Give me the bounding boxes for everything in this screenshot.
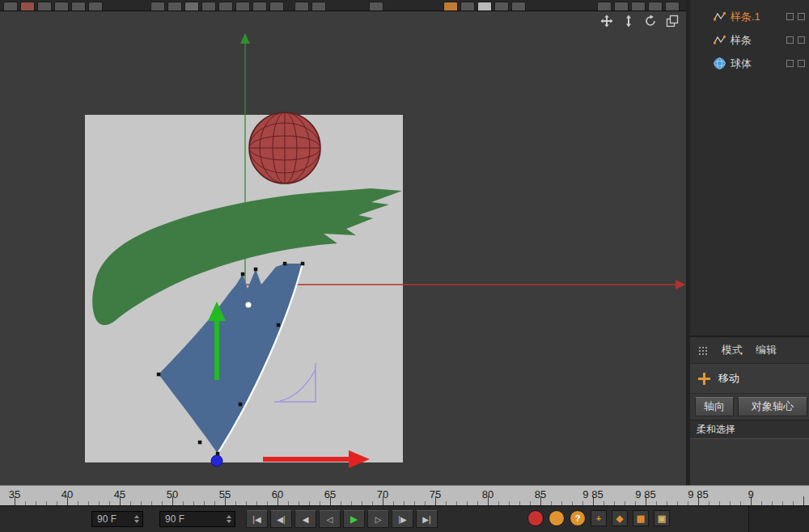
goto-end-button[interactable]: ▶| xyxy=(416,510,438,528)
layer-toggle-icon[interactable] xyxy=(786,13,794,20)
toolbar-icon[interactable] xyxy=(369,2,383,11)
object-row[interactable]: 样条 xyxy=(690,28,809,52)
prev-key-button[interactable]: ◀| xyxy=(270,510,292,528)
visibility-toggle-icon[interactable] xyxy=(798,60,805,67)
selected-point[interactable] xyxy=(246,302,252,308)
toolbar-icon[interactable] xyxy=(631,2,646,11)
layer-toggle-icon[interactable] xyxy=(786,36,794,44)
attribute-header: 模式 编辑 xyxy=(690,337,809,364)
object-label[interactable]: 样条 xyxy=(731,33,752,48)
toolbar-icon[interactable] xyxy=(648,2,663,11)
end-frame-field[interactable]: 90 F xyxy=(159,511,235,527)
object-label[interactable]: 样条.1 xyxy=(731,10,760,24)
toolbar-icon[interactable] xyxy=(443,2,458,11)
menu-mode[interactable]: 模式 xyxy=(722,343,743,357)
axis-tab-button[interactable]: 轴向 xyxy=(695,397,734,416)
pan-view-icon[interactable] xyxy=(599,14,614,28)
visibility-toggle-icon[interactable] xyxy=(798,13,805,20)
ruler-frame-label: 60 xyxy=(272,488,283,500)
soft-selection-section[interactable]: 柔和选择 xyxy=(690,420,809,439)
viewport-controls xyxy=(599,14,680,28)
next-key-button[interactable]: |▶ xyxy=(392,510,413,528)
record-controls: ?+◆▦▣ xyxy=(527,510,670,526)
ruler-frame-label: 50 xyxy=(167,488,178,500)
visibility-toggle-icon[interactable] xyxy=(798,36,805,44)
toolbar-icon[interactable] xyxy=(54,2,69,11)
play-button[interactable]: ▶ xyxy=(343,510,365,528)
toolbar-icon[interactable] xyxy=(614,2,629,11)
ruler-frame-label: 85 xyxy=(535,488,546,500)
toolbar-icon[interactable] xyxy=(494,2,509,11)
frame-spinner[interactable] xyxy=(134,515,142,523)
ruler-frame-label: 40 xyxy=(61,488,73,500)
cinema4d-window: 样条.1样条球体 模式 编辑 移动 轴向 对象轴心 柔和选择 354045505… xyxy=(0,0,809,532)
viewport[interactable] xyxy=(0,11,686,485)
current-frame-field[interactable]: 90 F xyxy=(91,511,143,527)
object-origin-point[interactable] xyxy=(211,455,222,467)
object-row[interactable]: 样条.1 xyxy=(690,5,809,28)
toolbar-icon[interactable] xyxy=(597,2,612,11)
sphere-object[interactable] xyxy=(249,112,320,184)
active-tool-label: 移动 xyxy=(718,371,739,386)
ruler-frame-label: 45 xyxy=(114,488,125,500)
toolbar-icon[interactable] xyxy=(311,2,326,11)
object-label[interactable]: 球体 xyxy=(731,57,752,71)
scene-canvas xyxy=(0,11,686,485)
toolbar-icon[interactable] xyxy=(71,2,86,11)
spinner-up-icon[interactable] xyxy=(227,515,231,518)
toolbar-icon[interactable] xyxy=(477,2,492,11)
object-toggles xyxy=(786,13,805,20)
autokey-button[interactable] xyxy=(549,510,565,526)
top-toolbar xyxy=(0,0,686,11)
toolbar-icon[interactable] xyxy=(511,2,526,11)
toolbar-icon[interactable] xyxy=(167,2,182,11)
rotate-view-icon[interactable] xyxy=(643,14,658,28)
goto-start-button[interactable]: |◀ xyxy=(246,510,268,528)
toolbar-icon[interactable] xyxy=(252,2,267,11)
prev-frame-button[interactable]: ◀ xyxy=(294,510,316,528)
spline-icon xyxy=(713,11,726,23)
attribute-manager: 模式 编辑 移动 轴向 对象轴心 柔和选择 xyxy=(690,336,809,485)
end-frame-value: 90 F xyxy=(165,513,184,525)
transport-controls: |◀◀|◀◁▶▷|▶▶| xyxy=(246,510,438,528)
toolbar-icon[interactable] xyxy=(150,2,165,11)
record-keyframe-button[interactable] xyxy=(527,510,544,526)
toolbar-icon[interactable] xyxy=(3,2,18,11)
toolbar-icon[interactable] xyxy=(218,2,233,11)
spinner-down-icon[interactable] xyxy=(227,520,231,523)
dolly-view-icon[interactable] xyxy=(621,14,636,28)
toolbar-icon[interactable] xyxy=(665,2,680,11)
timeline-ruler[interactable]: 35404550556065707580859 859 859 859 xyxy=(0,485,809,505)
toolbar-icon[interactable] xyxy=(88,2,103,11)
tool-option-tabs: 轴向 对象轴心 xyxy=(690,394,809,420)
toolbar-icon[interactable] xyxy=(20,2,35,11)
layer-toggle-icon[interactable] xyxy=(786,60,794,67)
toolbar-icon[interactable] xyxy=(235,2,250,11)
position-toggle-button[interactable]: ◆ xyxy=(612,510,628,526)
toolbar-icon[interactable] xyxy=(184,2,199,11)
object-toggles xyxy=(786,60,805,67)
spinner-down-icon[interactable] xyxy=(134,520,139,523)
pla-toggle-button[interactable]: ▦ xyxy=(633,510,649,526)
ruler-frame-label: 9 85 xyxy=(635,488,655,500)
toolbar-icon[interactable] xyxy=(269,2,284,11)
toolbar-icon[interactable] xyxy=(460,2,475,11)
toolbar-icon[interactable] xyxy=(201,2,216,11)
object-row[interactable]: 球体 xyxy=(690,52,809,75)
maximize-view-icon[interactable] xyxy=(665,14,680,28)
next-frame-button[interactable]: ▷ xyxy=(367,510,389,528)
toolbar-icon[interactable] xyxy=(294,2,309,11)
set-key-button[interactable]: + xyxy=(591,510,607,526)
menu-edit[interactable]: 编辑 xyxy=(756,343,777,357)
spinner-up-icon[interactable] xyxy=(134,515,139,518)
record-options-button[interactable]: ? xyxy=(570,510,586,526)
frame-spinner[interactable] xyxy=(227,515,235,523)
dots-grid-icon xyxy=(698,346,709,355)
object-manager: 样条.1样条球体 xyxy=(690,0,809,336)
active-tool-row[interactable]: 移动 xyxy=(690,364,809,394)
object-axis-tab-button[interactable]: 对象轴心 xyxy=(738,397,807,416)
attribute-panel-body xyxy=(690,439,809,485)
play-reverse-button[interactable]: ◁ xyxy=(319,510,341,528)
toolbar-icon[interactable] xyxy=(37,2,52,11)
keyframe-mode-button[interactable]: ▣ xyxy=(654,510,670,526)
